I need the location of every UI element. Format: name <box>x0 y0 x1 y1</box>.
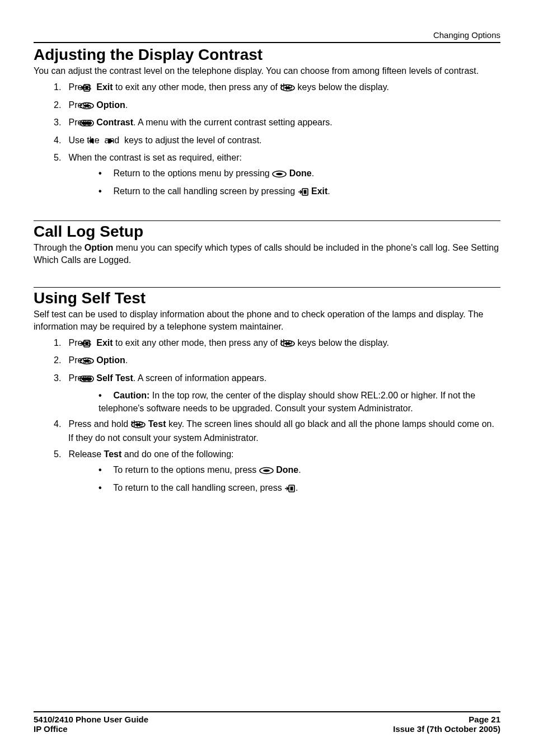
text: To return to the options menu, press <box>113 465 259 475</box>
text: In the top row, the center of the displa… <box>99 391 475 412</box>
substep: Return to the options menu by pressing D… <box>99 167 500 181</box>
step: 5. Release Test and do one of the follow… <box>54 448 500 496</box>
text: . A menu with the current contrast setti… <box>133 118 332 127</box>
softkey-icon <box>259 466 274 478</box>
substeps: Caution: In the top row, the center of t… <box>68 389 500 415</box>
text: To return to the call handling screen, p… <box>113 483 284 492</box>
step: 2. Press Option. <box>54 99 500 113</box>
text: Return to the options menu by pressing <box>113 168 272 178</box>
text: . <box>125 355 128 365</box>
section-rule <box>34 220 500 221</box>
step: 1. Press Exit to exit any other mode, th… <box>54 81 500 95</box>
substeps: Return to the options menu by pressing D… <box>68 167 500 199</box>
test-word: Test <box>104 449 122 459</box>
test-label: Test <box>148 419 166 429</box>
footer-product: IP Office <box>34 724 68 734</box>
text: Release <box>68 449 104 459</box>
text: . <box>312 168 314 178</box>
substeps: To return to the options menu, press Don… <box>68 464 500 496</box>
text: When the contrast is set as required, ei… <box>68 153 241 162</box>
text: and do one of the following: <box>121 449 233 459</box>
step: 1. Press Exit to exit any other mode, th… <box>54 337 500 351</box>
text: keys below the display. <box>298 82 389 92</box>
text: . <box>125 100 128 110</box>
text: keys to adjust the level of contrast. <box>124 135 261 145</box>
text: Use the <box>68 135 102 145</box>
text: . <box>327 186 330 196</box>
exit-label: Exit <box>96 338 113 348</box>
section2-lead: Through the Option menu you can specify … <box>34 242 500 266</box>
header-rule <box>34 42 500 43</box>
section1-lead: You can adjust the contrast level on the… <box>34 65 500 77</box>
substep: To return to the options menu, press Don… <box>99 464 500 478</box>
selftest-label: Self Test <box>96 373 133 383</box>
done-label: Done <box>276 465 298 475</box>
footer-guide-title: 5410/2410 Phone User Guide <box>34 715 148 724</box>
step: 3. Press Self Test. A screen of informat… <box>54 372 500 415</box>
exit-icon <box>298 187 309 199</box>
section-title-call-log-setup: Call Log Setup <box>34 223 500 241</box>
footer-issue: Issue 3f (7th October 2005) <box>393 724 500 734</box>
text: . <box>296 483 298 492</box>
footer-page-number: Page 21 <box>469 715 500 724</box>
exit-label: Exit <box>311 186 327 196</box>
text: to exit any other mode, then press any o… <box>115 338 295 348</box>
text: to exit any other mode, then press any o… <box>115 82 295 92</box>
step: 3. Press Contrast. A menu with the curre… <box>54 116 500 130</box>
step: 5. When the contrast is set as required,… <box>54 152 500 199</box>
exit-icon <box>284 483 296 496</box>
option-label: Option <box>96 100 125 110</box>
section3-lead: Self test can be used to display informa… <box>34 308 500 332</box>
option-word: Option <box>85 243 114 252</box>
step: 4. Use the and keys to adjust the level … <box>54 134 500 148</box>
option-label: Option <box>96 355 125 365</box>
step: 4. Press and hold the Test key. The scre… <box>54 418 500 445</box>
text: . <box>298 465 301 475</box>
section3-steps: 1. Press Exit to exit any other mode, th… <box>34 337 500 496</box>
section-title-using-self-test: Using Self Test <box>34 290 500 307</box>
section1-steps: 1. Press Exit to exit any other mode, th… <box>34 81 500 199</box>
text: Through the <box>34 243 85 252</box>
step: 2. Press Option. <box>54 354 500 368</box>
exit-label: Exit <box>96 82 113 92</box>
page-footer: 5410/2410 Phone User Guide Page 21 IP Of… <box>34 711 500 734</box>
softkey-icon <box>272 169 287 181</box>
section-title-adjusting-contrast: Adjusting the Display Contrast <box>34 46 500 64</box>
text: . A screen of information appears. <box>133 373 266 383</box>
running-header: Changing Options <box>34 30 500 40</box>
text: keys below the display. <box>298 338 389 348</box>
footer-rule <box>34 711 500 712</box>
substep: To return to the call handling screen, p… <box>99 482 500 496</box>
page: Changing Options Adjusting the Display C… <box>0 0 534 756</box>
contrast-label: Contrast <box>96 118 133 127</box>
caution-label: Caution: <box>113 391 149 400</box>
text: Return to the call handling screen by pr… <box>113 186 297 196</box>
done-label: Done <box>289 168 312 178</box>
substep: Caution: In the top row, the center of t… <box>99 389 500 415</box>
section-rule <box>34 287 500 288</box>
substep: Return to the call handling screen by pr… <box>99 185 500 199</box>
